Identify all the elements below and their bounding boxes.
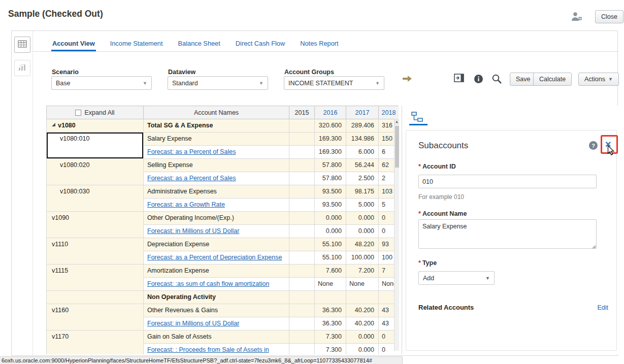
member-cell[interactable]: v1160 [47,304,144,330]
value-cell[interactable] [289,159,315,172]
value-cell[interactable] [289,344,315,355]
tab-notes-report[interactable]: Notes Report [299,34,339,51]
tab-balance-sheet[interactable]: Balance Sheet [177,34,221,51]
account-name-textarea[interactable]: Salary Expense ◢ [418,219,597,249]
forecast-method-link[interactable]: Forecast: : Proceeds from Sale of Assets… [147,346,269,353]
value-cell[interactable] [289,146,315,159]
value-cell[interactable]: 48.220 [346,238,379,251]
tab-income-statement[interactable]: Income Statement [109,34,164,51]
value-cell[interactable] [289,330,315,344]
value-cell[interactable]: 169.300 [315,146,346,159]
grid-view-button[interactable] [14,37,30,53]
actions-menu-button[interactable]: Actions ▼ [578,73,619,86]
value-cell[interactable]: None [315,278,346,291]
value-cell[interactable]: 7.600 [315,264,346,278]
value-cell[interactable]: 2.500 [346,172,379,185]
value-cell[interactable]: None [346,278,379,291]
type-select[interactable]: Add ▼ [418,271,495,285]
value-cell[interactable] [289,264,315,278]
account-name-cell[interactable]: Other Revenues & Gains [144,304,289,317]
value-cell[interactable]: 0.000 [315,212,346,225]
value-cell[interactable]: 40.200 [346,317,379,330]
value-cell[interactable] [289,291,315,304]
forecast-method-link[interactable]: Forecast: as a Percent of Sales [147,175,236,182]
value-cell[interactable]: 5.000 [346,198,379,212]
value-cell[interactable]: 7.300 [315,330,346,344]
forecast-method-cell[interactable]: Forecast: as a Percent of Sales [144,172,289,185]
value-cell[interactable]: 134.986 [346,133,379,146]
save-button[interactable]: Save [510,73,537,86]
dataview-select[interactable]: Standard ▼ [168,76,268,90]
value-cell[interactable]: 289.406 [346,119,379,133]
value-cell[interactable]: 98.175 [346,185,379,198]
member-cell[interactable]: v1080:010 [47,133,144,159]
search-icon[interactable] [491,74,502,86]
column-header-2016[interactable]: 2016 [315,106,346,119]
column-header-2017[interactable]: 2017 [346,106,379,119]
value-cell[interactable]: 0.000 [346,212,379,225]
account-name-cell[interactable]: Other Operating Income/(Exp.) [144,212,289,225]
value-cell[interactable] [289,225,315,238]
forecast-method-link[interactable]: Forecast: as a Percent of Depreciation E… [147,254,282,261]
member-cell[interactable]: v1115 [47,264,144,291]
member-cell[interactable] [47,291,144,304]
grid-vertical-scrollbar[interactable]: ▲ [394,119,399,351]
account-name-cell[interactable]: Amortization Expense [144,264,289,278]
forecast-method-cell[interactable]: Forecast: in Millions of US Dollar [144,317,289,330]
value-cell[interactable]: 0.000 [346,330,379,344]
account-name-cell[interactable]: Non Operating Activity [144,291,289,304]
forecast-method-link[interactable]: Forecast: as a Growth Rate [147,201,225,208]
value-cell[interactable]: 0.000 [346,344,379,355]
value-cell[interactable] [289,198,315,212]
collapse-arrow-icon[interactable] [52,123,55,126]
close-button[interactable]: Close [595,10,623,23]
account-name-cell[interactable]: Depreciation Expense [144,238,289,251]
value-cell[interactable] [289,278,315,291]
scrollbar-thumb[interactable] [395,126,399,168]
forecast-method-cell[interactable]: Forecast: in Millions of US Dollar [144,225,289,238]
member-cell[interactable]: v1170 [47,330,144,355]
value-cell[interactable] [289,304,315,317]
forecast-method-link[interactable]: Forecast: :as sum of cash flow amortizat… [147,280,269,287]
forecast-method-cell[interactable]: Forecast: as a Percent of Depreciation E… [144,251,289,264]
account-name-cell[interactable]: Gain on Sale of Assets [144,330,289,344]
value-cell[interactable] [289,238,315,251]
forecast-method-cell[interactable]: Forecast: as a Growth Rate [144,198,289,212]
account-groups-select[interactable]: INCOME STATEMENT ▼ [284,76,384,90]
value-cell[interactable] [289,251,315,264]
member-cell[interactable]: v1080:030 [47,185,144,212]
value-cell[interactable] [289,133,315,146]
value-cell[interactable]: 36.300 [315,304,346,317]
forecast-method-link[interactable]: Forecast: in Millions of US Dollar [147,320,239,327]
account-id-input[interactable]: 010 [418,175,597,188]
value-cell[interactable]: 93.500 [315,198,346,212]
value-cell[interactable]: 55.100 [315,251,346,264]
toggle-pane-icon[interactable] [454,74,464,84]
forecast-method-cell[interactable]: Forecast: as a Percent of Sales [144,146,289,159]
expand-all-checkbox[interactable] [75,110,81,116]
value-cell[interactable]: 7.200 [346,264,379,278]
value-cell[interactable]: 57.800 [315,172,346,185]
value-cell[interactable]: 0.000 [346,225,379,238]
member-cell[interactable]: v1080 [47,119,144,133]
value-cell[interactable]: 57.800 [315,159,346,172]
account-name-cell[interactable]: Total SG & A Expense [144,119,289,133]
value-cell[interactable] [315,291,346,304]
value-cell[interactable] [289,212,315,225]
column-header-2018[interactable]: 2018 [379,106,399,119]
scenario-select[interactable]: Base ▼ [51,76,152,90]
help-icon[interactable]: ? [589,141,598,150]
calculate-button[interactable]: Calculate [533,73,572,86]
value-cell[interactable] [289,185,315,198]
value-cell[interactable]: 56.244 [346,159,379,172]
tab-account-view[interactable]: Account View [51,34,96,51]
member-cell[interactable]: v1110 [47,238,144,264]
value-cell[interactable] [346,291,379,304]
value-cell[interactable]: 93.500 [315,185,346,198]
account-name-cell[interactable]: Salary Expense [144,133,289,146]
subaccounts-tree-icon[interactable] [411,112,423,124]
value-cell[interactable]: 320.600 [315,119,346,133]
account-name-cell[interactable]: Selling Expense [144,159,289,172]
resize-grip-icon[interactable]: ◢ [592,244,596,249]
go-arrow-icon[interactable] [402,75,412,85]
